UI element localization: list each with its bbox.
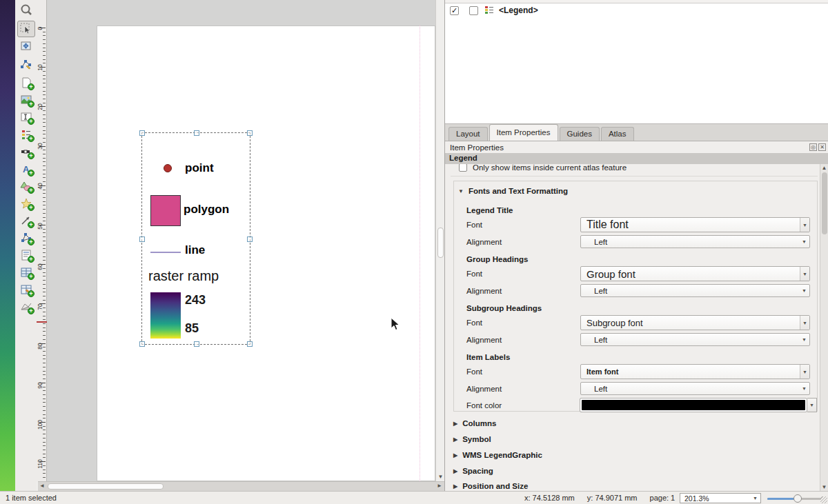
add-picture-icon[interactable]: + [17, 92, 35, 108]
legend-title-font-button[interactable]: Title font ▼ [580, 217, 810, 232]
zoom-tool-icon[interactable] [17, 1, 35, 18]
window-resize-grip[interactable] [820, 496, 827, 503]
add-attribute-table-icon[interactable]: + [17, 264, 35, 281]
font-label: Font [466, 367, 580, 376]
font-label: Font [466, 221, 580, 229]
legend-title-alignment-combo[interactable]: Left ▼ [580, 235, 810, 248]
legend-raster-title: raster ramp [148, 268, 219, 284]
point-symbol [164, 164, 172, 172]
tab-guides[interactable]: Guides [560, 127, 600, 141]
zoom-level-combo[interactable]: 201.3% ▼ [680, 493, 761, 503]
add-arrow-icon[interactable]: + [17, 212, 35, 229]
font-color-button[interactable] [580, 398, 807, 412]
selected-legend-item[interactable]: point polygon line raster ramp 243 85 [141, 132, 250, 345]
add-north-arrow-icon[interactable]: A+ [17, 161, 35, 177]
add-scalebar-icon[interactable]: + [17, 143, 35, 160]
cursor-x-readout: x: 74.5128 mm [524, 494, 575, 502]
chevron-down-icon[interactable]: ▼ [800, 365, 809, 379]
mouse-cursor [391, 317, 400, 331]
properties-scrollbar-thumb[interactable] [822, 172, 827, 234]
add-mesh-icon[interactable]: + [17, 299, 35, 315]
alignment-label: Alignment [466, 336, 580, 344]
selection-handle[interactable] [194, 130, 199, 136]
page-readout: page: 1 [650, 494, 676, 502]
select-move-item-tool-icon[interactable] [17, 21, 35, 37]
alignment-label: Alignment [466, 287, 580, 295]
ruler-label: 40 [37, 181, 43, 192]
font-value: Group font [586, 268, 635, 280]
selection-handle[interactable] [139, 130, 145, 136]
tab-atlas[interactable]: Atlas [601, 127, 634, 141]
zoom-slider[interactable] [767, 498, 821, 500]
selection-handle[interactable] [139, 341, 145, 347]
section-columns[interactable]: ▶ Columns [453, 418, 496, 429]
section-spacing[interactable]: ▶ Spacing [453, 465, 493, 476]
font-label: Font [466, 270, 580, 278]
subgroup-headings-font-button[interactable]: Subgroup font ▼ [580, 315, 810, 330]
section-label: WMS LegendGraphic [462, 451, 542, 459]
chevron-down-icon[interactable]: ▼ [800, 218, 809, 232]
add-fixed-table-icon[interactable]: + [17, 281, 35, 298]
lock-checkbox[interactable] [469, 6, 478, 15]
chevron-down-icon[interactable]: ▼ [800, 316, 809, 330]
legend-label-line: line [185, 243, 205, 257]
group-heading-item-labels: Item Labels [466, 353, 817, 361]
subgroup-headings-alignment-combo[interactable]: Left ▼ [580, 333, 810, 346]
add-html-icon[interactable]: + [17, 247, 35, 263]
group-headings-font-button[interactable]: Group font ▼ [580, 266, 810, 281]
desktop-wallpaper-strip [0, 0, 15, 504]
scroll-left-icon[interactable]: ◄ [39, 483, 45, 489]
ruler-label: 20 [37, 101, 43, 112]
zoom-level-value: 201.3% [684, 494, 709, 503]
add-shape-icon[interactable]: + [17, 178, 35, 194]
ruler-cursor-marker [37, 321, 47, 323]
selection-handle[interactable] [194, 341, 199, 347]
tab-layout[interactable]: Layout [448, 127, 488, 141]
legend-item-row[interactable]: ✓ <Legend> [445, 4, 538, 17]
add-page-icon[interactable]: + [17, 74, 35, 91]
selection-handle[interactable] [247, 130, 253, 136]
float-panel-icon[interactable]: ◎ [809, 143, 817, 151]
add-node-item-icon[interactable]: + [17, 230, 35, 246]
zoom-slider-handle[interactable] [793, 494, 802, 503]
item-labels-font-button[interactable]: Item font ▼ [580, 364, 810, 379]
layout-canvas[interactable]: point polygon line raster ramp 243 85 [47, 0, 435, 481]
ruler-label: 30 [37, 141, 43, 152]
canvas-vertical-scrollbar[interactable]: ▼ [435, 0, 444, 481]
fonts-section-header[interactable]: ▼ Fonts and Text Formatting [454, 181, 817, 199]
vertical-scrollbar-thumb[interactable] [437, 228, 444, 258]
chevron-down-icon: ▼ [802, 239, 807, 244]
add-marker-icon[interactable]: + [17, 195, 35, 212]
canvas-horizontal-scrollbar[interactable]: ◄ ► [38, 481, 444, 491]
scroll-up-icon[interactable]: ▲ [820, 165, 828, 171]
tab-item-properties[interactable]: Item Properties [489, 124, 558, 141]
chevron-down-icon[interactable]: ▼ [807, 398, 817, 412]
move-content-tool-icon[interactable] [17, 39, 35, 55]
scroll-down-icon[interactable]: ▼ [820, 484, 828, 490]
ruler-label: 100 [37, 419, 43, 430]
selection-handle[interactable] [139, 236, 145, 242]
section-wms-legendgraphic[interactable]: ▶ WMS LegendGraphic [453, 450, 542, 461]
visibility-checkbox[interactable]: ✓ [450, 6, 459, 15]
atlas-feature-row[interactable]: Only show items inside current atlas fea… [459, 164, 627, 173]
selection-handle[interactable] [247, 341, 253, 347]
selection-handle[interactable] [247, 236, 253, 242]
items-panel-list[interactable]: Item ✓ <Legend> [445, 0, 828, 124]
fonts-section-label: Fonts and Text Formatting [469, 187, 568, 195]
section-position-and-size[interactable]: ▶ Position and Size [453, 481, 528, 491]
chevron-right-icon: ▶ [453, 421, 457, 427]
section-symbol[interactable]: ▶ Symbol [453, 434, 491, 445]
horizontal-scrollbar-thumb[interactable] [48, 483, 164, 490]
add-legend-icon[interactable]: + [17, 126, 35, 143]
add-label-icon[interactable]: + [17, 109, 35, 125]
chevron-down-icon[interactable]: ▼ [800, 267, 809, 281]
item-labels-alignment-combo[interactable]: Left ▼ [580, 382, 810, 395]
group-heading-subgroup-headings: Subgroup Headings [466, 304, 817, 312]
items-column-header: Item [488, 0, 502, 1]
atlas-feature-checkbox[interactable] [459, 164, 467, 172]
scroll-right-icon[interactable]: ► [437, 483, 442, 489]
close-panel-icon[interactable]: ✕ [818, 143, 826, 151]
group-headings-alignment-combo[interactable]: Left ▼ [580, 284, 810, 297]
edit-nodes-tool-icon[interactable] [17, 57, 35, 73]
properties-scrollbar[interactable]: ▲ ▼ [820, 164, 828, 491]
